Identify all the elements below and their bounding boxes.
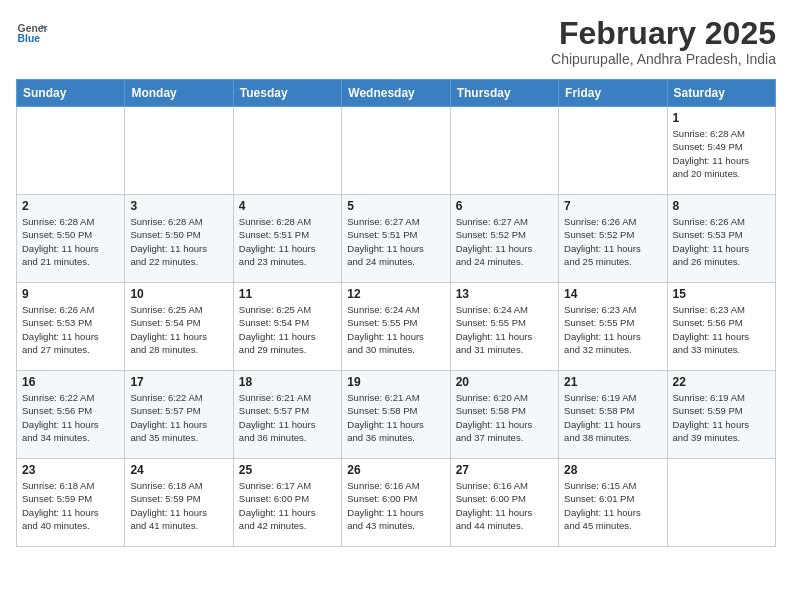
calendar-cell: 8Sunrise: 6:26 AM Sunset: 5:53 PM Daylig…	[667, 195, 775, 283]
day-number: 21	[564, 375, 661, 389]
day-number: 26	[347, 463, 444, 477]
calendar-cell	[342, 107, 450, 195]
calendar-cell: 10Sunrise: 6:25 AM Sunset: 5:54 PM Dayli…	[125, 283, 233, 371]
day-info: Sunrise: 6:27 AM Sunset: 5:51 PM Dayligh…	[347, 215, 444, 268]
calendar-week-4: 16Sunrise: 6:22 AM Sunset: 5:56 PM Dayli…	[17, 371, 776, 459]
day-number: 11	[239, 287, 336, 301]
calendar-cell: 25Sunrise: 6:17 AM Sunset: 6:00 PM Dayli…	[233, 459, 341, 547]
day-number: 3	[130, 199, 227, 213]
day-number: 25	[239, 463, 336, 477]
day-number: 23	[22, 463, 119, 477]
month-title: February 2025	[551, 16, 776, 51]
day-number: 27	[456, 463, 553, 477]
day-info: Sunrise: 6:22 AM Sunset: 5:56 PM Dayligh…	[22, 391, 119, 444]
calendar-cell: 4Sunrise: 6:28 AM Sunset: 5:51 PM Daylig…	[233, 195, 341, 283]
day-info: Sunrise: 6:28 AM Sunset: 5:50 PM Dayligh…	[22, 215, 119, 268]
location: Chipurupalle, Andhra Pradesh, India	[551, 51, 776, 67]
day-number: 14	[564, 287, 661, 301]
day-info: Sunrise: 6:17 AM Sunset: 6:00 PM Dayligh…	[239, 479, 336, 532]
calendar-cell: 5Sunrise: 6:27 AM Sunset: 5:51 PM Daylig…	[342, 195, 450, 283]
calendar-cell: 9Sunrise: 6:26 AM Sunset: 5:53 PM Daylig…	[17, 283, 125, 371]
calendar-cell: 24Sunrise: 6:18 AM Sunset: 5:59 PM Dayli…	[125, 459, 233, 547]
day-number: 15	[673, 287, 770, 301]
calendar-week-5: 23Sunrise: 6:18 AM Sunset: 5:59 PM Dayli…	[17, 459, 776, 547]
day-info: Sunrise: 6:24 AM Sunset: 5:55 PM Dayligh…	[347, 303, 444, 356]
weekday-header-monday: Monday	[125, 80, 233, 107]
calendar-cell: 15Sunrise: 6:23 AM Sunset: 5:56 PM Dayli…	[667, 283, 775, 371]
calendar-cell: 6Sunrise: 6:27 AM Sunset: 5:52 PM Daylig…	[450, 195, 558, 283]
day-info: Sunrise: 6:19 AM Sunset: 5:59 PM Dayligh…	[673, 391, 770, 444]
day-info: Sunrise: 6:25 AM Sunset: 5:54 PM Dayligh…	[130, 303, 227, 356]
calendar-cell: 28Sunrise: 6:15 AM Sunset: 6:01 PM Dayli…	[559, 459, 667, 547]
calendar-cell: 18Sunrise: 6:21 AM Sunset: 5:57 PM Dayli…	[233, 371, 341, 459]
day-info: Sunrise: 6:28 AM Sunset: 5:50 PM Dayligh…	[130, 215, 227, 268]
day-number: 9	[22, 287, 119, 301]
day-info: Sunrise: 6:26 AM Sunset: 5:53 PM Dayligh…	[673, 215, 770, 268]
day-info: Sunrise: 6:16 AM Sunset: 6:00 PM Dayligh…	[456, 479, 553, 532]
calendar-cell: 16Sunrise: 6:22 AM Sunset: 5:56 PM Dayli…	[17, 371, 125, 459]
day-info: Sunrise: 6:27 AM Sunset: 5:52 PM Dayligh…	[456, 215, 553, 268]
weekday-header-sunday: Sunday	[17, 80, 125, 107]
day-info: Sunrise: 6:28 AM Sunset: 5:51 PM Dayligh…	[239, 215, 336, 268]
calendar-cell	[559, 107, 667, 195]
calendar-cell: 21Sunrise: 6:19 AM Sunset: 5:58 PM Dayli…	[559, 371, 667, 459]
calendar-cell: 14Sunrise: 6:23 AM Sunset: 5:55 PM Dayli…	[559, 283, 667, 371]
day-number: 2	[22, 199, 119, 213]
day-number: 6	[456, 199, 553, 213]
day-number: 7	[564, 199, 661, 213]
day-number: 13	[456, 287, 553, 301]
day-info: Sunrise: 6:23 AM Sunset: 5:55 PM Dayligh…	[564, 303, 661, 356]
day-info: Sunrise: 6:25 AM Sunset: 5:54 PM Dayligh…	[239, 303, 336, 356]
svg-text:Blue: Blue	[18, 33, 41, 44]
day-info: Sunrise: 6:21 AM Sunset: 5:57 PM Dayligh…	[239, 391, 336, 444]
calendar-cell: 20Sunrise: 6:20 AM Sunset: 5:58 PM Dayli…	[450, 371, 558, 459]
day-info: Sunrise: 6:18 AM Sunset: 5:59 PM Dayligh…	[22, 479, 119, 532]
weekday-header-thursday: Thursday	[450, 80, 558, 107]
calendar-table: SundayMondayTuesdayWednesdayThursdayFrid…	[16, 79, 776, 547]
calendar-cell: 1Sunrise: 6:28 AM Sunset: 5:49 PM Daylig…	[667, 107, 775, 195]
weekday-header-tuesday: Tuesday	[233, 80, 341, 107]
calendar-cell: 7Sunrise: 6:26 AM Sunset: 5:52 PM Daylig…	[559, 195, 667, 283]
day-info: Sunrise: 6:26 AM Sunset: 5:53 PM Dayligh…	[22, 303, 119, 356]
day-info: Sunrise: 6:24 AM Sunset: 5:55 PM Dayligh…	[456, 303, 553, 356]
day-info: Sunrise: 6:26 AM Sunset: 5:52 PM Dayligh…	[564, 215, 661, 268]
day-number: 17	[130, 375, 227, 389]
calendar-cell	[125, 107, 233, 195]
calendar-cell: 27Sunrise: 6:16 AM Sunset: 6:00 PM Dayli…	[450, 459, 558, 547]
calendar-cell	[450, 107, 558, 195]
calendar-cell: 26Sunrise: 6:16 AM Sunset: 6:00 PM Dayli…	[342, 459, 450, 547]
calendar-cell: 11Sunrise: 6:25 AM Sunset: 5:54 PM Dayli…	[233, 283, 341, 371]
day-number: 16	[22, 375, 119, 389]
page-header: General Blue February 2025 Chipurupalle,…	[16, 16, 776, 67]
calendar-cell	[667, 459, 775, 547]
day-number: 22	[673, 375, 770, 389]
weekday-header-friday: Friday	[559, 80, 667, 107]
weekday-header-row: SundayMondayTuesdayWednesdayThursdayFrid…	[17, 80, 776, 107]
calendar-week-3: 9Sunrise: 6:26 AM Sunset: 5:53 PM Daylig…	[17, 283, 776, 371]
day-info: Sunrise: 6:20 AM Sunset: 5:58 PM Dayligh…	[456, 391, 553, 444]
calendar-cell: 17Sunrise: 6:22 AM Sunset: 5:57 PM Dayli…	[125, 371, 233, 459]
day-number: 28	[564, 463, 661, 477]
svg-text:General: General	[18, 23, 48, 34]
day-number: 10	[130, 287, 227, 301]
weekday-header-wednesday: Wednesday	[342, 80, 450, 107]
day-number: 4	[239, 199, 336, 213]
day-info: Sunrise: 6:22 AM Sunset: 5:57 PM Dayligh…	[130, 391, 227, 444]
calendar-cell: 13Sunrise: 6:24 AM Sunset: 5:55 PM Dayli…	[450, 283, 558, 371]
day-info: Sunrise: 6:15 AM Sunset: 6:01 PM Dayligh…	[564, 479, 661, 532]
calendar-cell	[17, 107, 125, 195]
day-number: 19	[347, 375, 444, 389]
calendar-cell	[233, 107, 341, 195]
calendar-cell: 19Sunrise: 6:21 AM Sunset: 5:58 PM Dayli…	[342, 371, 450, 459]
day-info: Sunrise: 6:18 AM Sunset: 5:59 PM Dayligh…	[130, 479, 227, 532]
day-number: 12	[347, 287, 444, 301]
day-number: 1	[673, 111, 770, 125]
day-number: 24	[130, 463, 227, 477]
title-block: February 2025 Chipurupalle, Andhra Prade…	[551, 16, 776, 67]
calendar-week-2: 2Sunrise: 6:28 AM Sunset: 5:50 PM Daylig…	[17, 195, 776, 283]
day-number: 18	[239, 375, 336, 389]
day-number: 5	[347, 199, 444, 213]
weekday-header-saturday: Saturday	[667, 80, 775, 107]
day-info: Sunrise: 6:16 AM Sunset: 6:00 PM Dayligh…	[347, 479, 444, 532]
day-number: 20	[456, 375, 553, 389]
